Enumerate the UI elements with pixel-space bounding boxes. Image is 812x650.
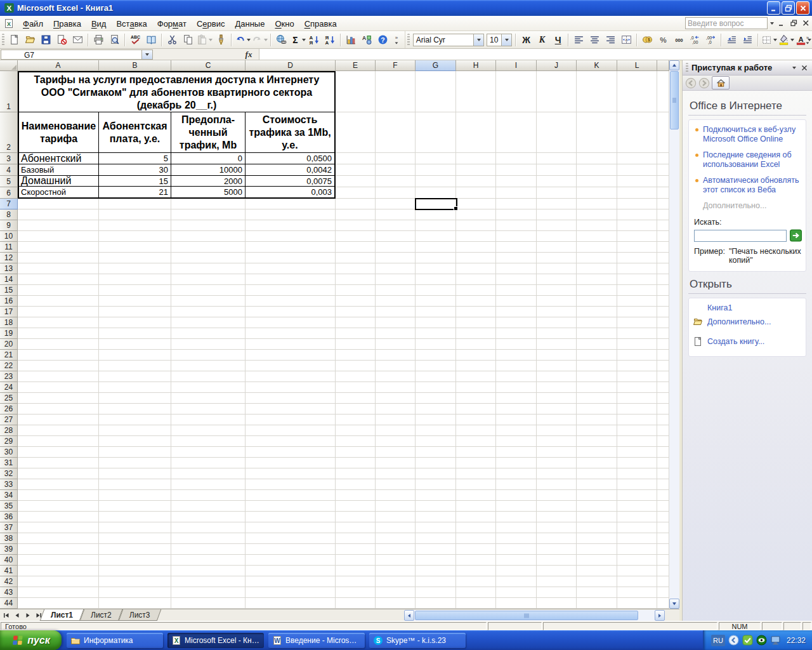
grid-cell[interactable] [18,468,99,479]
grid-cell[interactable] [376,566,416,576]
grid-cell[interactable] [246,382,336,393]
grid-cell[interactable] [577,220,617,231]
grid-cell[interactable] [416,339,456,350]
traffic-cell[interactable]: 2000 [171,176,246,187]
grid-cell[interactable] [171,566,246,576]
open-link[interactable]: Создать книгу... [707,337,764,346]
grid-cell[interactable] [577,490,617,501]
row-header-24[interactable]: 24 [0,382,18,393]
grid-cell[interactable] [617,263,657,274]
grid-cell[interactable] [246,242,336,253]
grid-cell[interactable] [376,296,416,307]
grid-cell[interactable] [496,404,537,415]
grid-cell[interactable] [657,382,669,393]
grid-cell[interactable] [496,339,537,350]
grid-cell[interactable] [577,242,617,253]
grid-cell[interactable] [336,164,376,176]
grid-cell[interactable] [376,253,416,263]
dropdown-icon[interactable] [209,39,213,41]
grid-cell[interactable] [577,544,617,555]
grid-cell[interactable] [577,231,617,242]
grid-cell[interactable] [246,533,336,544]
grid-cell[interactable] [657,350,669,361]
grid-cell[interactable] [99,328,171,339]
grid-cell[interactable] [537,71,577,112]
grid-cell[interactable] [456,176,496,187]
grid-cell[interactable] [99,479,171,490]
grid-cell[interactable] [376,339,416,350]
grid-cell[interactable] [171,587,246,598]
grid-cell[interactable] [537,479,577,490]
grid-cell[interactable] [336,274,376,285]
column-header-E[interactable]: E [336,60,376,71]
fee-cell[interactable]: 21 [99,187,171,197]
name-box-dropdown-icon[interactable] [141,50,152,59]
row-header-23[interactable]: 23 [0,371,18,382]
grid-cell[interactable] [456,458,496,468]
dropdown-icon[interactable] [790,39,794,41]
grid-cell[interactable] [617,425,657,436]
grid-cell[interactable] [657,501,669,512]
next-sheet-button[interactable] [23,610,33,620]
grid-cell[interactable] [496,425,537,436]
grid-cell[interactable] [336,587,376,598]
grid-cell[interactable] [336,328,376,339]
grid-cell[interactable] [246,209,336,220]
grid-cell[interactable] [537,382,577,393]
cost-cell[interactable]: 0,0075 [246,176,334,187]
vertical-scroll-thumb[interactable] [670,71,679,129]
grid-cell[interactable] [416,425,456,436]
grid-cell[interactable] [336,253,376,263]
menu-окно[interactable]: Окно [270,17,299,30]
grid-cell[interactable] [537,425,577,436]
grid-cell[interactable] [246,317,336,328]
grid-cell[interactable] [246,479,336,490]
grid-cell[interactable] [496,263,537,274]
column-header-D[interactable]: D [246,60,336,71]
grid-cell[interactable] [577,415,617,425]
menu-данные[interactable]: Данные [230,17,270,30]
grid-cell[interactable] [376,447,416,458]
grid-cell[interactable] [537,566,577,576]
grid-cell[interactable] [577,447,617,458]
grid-cell[interactable] [456,112,496,153]
open-link[interactable]: Дополнительно... [707,317,771,326]
grid-cell[interactable] [496,576,537,587]
grid-cell[interactable] [617,153,657,164]
column-header-B[interactable]: B [99,60,171,71]
grid-cell[interactable] [456,468,496,479]
grid-cell[interactable] [496,533,537,544]
sheet-tab-лист2[interactable]: Лист2 [82,609,121,621]
grid-cell[interactable] [416,350,456,361]
grid-cell[interactable] [336,153,376,164]
grid-cell[interactable] [171,598,246,609]
grid-cell[interactable] [376,187,416,199]
grid-cell[interactable] [456,350,496,361]
row-header-44[interactable]: 44 [0,598,18,609]
grid-cell[interactable] [577,479,617,490]
grid-cell[interactable] [456,371,496,382]
grid-cell[interactable] [416,468,456,479]
grid-cell[interactable] [376,153,416,164]
grid-cell[interactable] [617,436,657,447]
grid-cell[interactable] [376,512,416,522]
grid-cell[interactable] [657,71,669,112]
grid-cell[interactable] [99,371,171,382]
grid-cell[interactable] [416,209,456,220]
grid-cell[interactable] [246,522,336,533]
dec-decimal-button[interactable]: ,00,0 [703,33,719,47]
grid-cell[interactable] [416,361,456,371]
grid-cell[interactable] [416,153,456,164]
grid-cell[interactable] [537,307,577,317]
grid-cell[interactable] [577,253,617,263]
grid-cell[interactable] [456,598,496,609]
grid-cell[interactable] [171,361,246,371]
grid-cell[interactable] [537,176,577,187]
grid-cell[interactable] [336,576,376,587]
grid-cell[interactable] [537,468,577,479]
grid-cell[interactable] [99,447,171,458]
grid-cell[interactable] [577,458,617,468]
grid-cell[interactable] [246,220,336,231]
table-header-cell[interactable]: Предопла-ченный трафик, Mb [171,112,246,153]
grid-cell[interactable] [657,371,669,382]
